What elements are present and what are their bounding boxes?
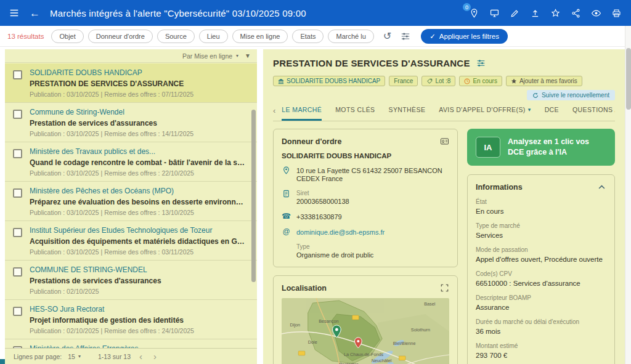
filter-chip-march-lu[interactable]: Marché lu [328,30,373,43]
chip-status[interactable]: En cours [459,76,502,86]
info-field-descripteur-boamp: Descripteur BOAMPAssurance [476,294,606,312]
informations-fields: ÉtatEn coursType de marchéServicesMode d… [476,198,606,360]
tune-icon[interactable] [476,59,486,68]
item-dates: Publication : 03/10/2025 | Remise des of… [30,208,247,217]
buyer-heading: Donneur d'ordre [282,137,341,146]
chevron-up-icon[interactable] [597,182,606,192]
road-shield [352,315,359,320]
apply-filters-button[interactable]: ✓ Appliquer les filtres [421,29,508,44]
share-icon[interactable] [569,7,582,19]
item-organization: HES-SO Jura Rectorat [30,304,247,314]
detail-header: PRESTATION DE SERVICES D'ASSURANCE [273,58,615,68]
tender-list-item[interactable]: HES-SO Jura Rectorat Projet informatique… [5,300,257,339]
map-label-besan-on: Besançon [319,318,338,324]
map-label-dole: Dole [308,339,317,345]
buyer-name: SOLIDARITE DOUBS HANDICAP [282,152,449,160]
field-value: 20003658000138 [296,198,349,206]
rows-per-page-select[interactable]: 15 ▾ [68,353,81,360]
notification-pin-icon[interactable]: 0 [468,7,480,19]
tab-mots-cl-s[interactable]: MOTS CLÉS [335,106,375,121]
tabs-scroll-left-icon[interactable]: ‹ [273,106,275,121]
follow-renewal-button[interactable]: Suivre le renouvellement [527,90,615,100]
star-icon[interactable] [549,7,561,19]
item-title: Projet informatique de gestion des ident… [30,315,247,325]
sort-label[interactable]: Par Mise en ligne [182,52,232,60]
field-value: 10 rue La Fayette CS 61432 25007 BESANCO… [296,167,449,183]
page-scrollbar[interactable] [625,26,631,364]
rows-per-page-label: Lignes par page: [14,353,62,360]
chip-country[interactable]: France [389,76,418,86]
tender-list-item[interactable]: Institut Supérieur des Etudes Technologi… [5,221,257,261]
results-count: 13 résultats [7,33,44,40]
chip-favorite[interactable]: Ajouter à mes favoris [506,76,582,86]
tender-list-item[interactable]: Commune de Stiring-Wendel Prestation de … [5,103,257,142]
item-organization: SOLIDARITE DOUBS HANDICAP [30,68,247,78]
upload-icon[interactable] [529,7,541,19]
list-scrollbar[interactable] [251,110,256,282]
buyer-detail-row: ☎+33381630879 [282,212,449,221]
item-checkbox[interactable] [13,228,22,237]
road-shield [298,351,305,355]
print-icon[interactable] [610,7,622,19]
edit-pencil-icon[interactable] [508,7,521,19]
tender-list-item[interactable]: Ministère des Pêches et des Océans (MPO)… [5,182,257,221]
tender-list-item[interactable]: COMMUNE DE STIRING-WENDEL Prestations de… [5,261,257,300]
page-scrollbar-thumb[interactable] [626,48,631,110]
map-label-la-chaux-de-fonds: La Chaux-de-Fonds [344,352,384,357]
map-label-pontarlier: Pontarlier [339,362,359,364]
follow-renewal-label: Suivre le renouvellement [542,92,609,99]
item-dates: Publication : 02/10/2025 | Remise des of… [30,326,247,335]
contact-card-icon[interactable] [440,137,449,146]
monitor-icon[interactable] [488,7,500,19]
chip-lot[interactable]: Lot :8 [421,76,455,86]
map-label-solothurn: Solothurn [411,327,430,333]
tab-le-march[interactable]: LE MARCHÉ [282,106,322,121]
filter-chip-donneur-d-ordre[interactable]: Donneur d'ordre [88,30,153,43]
map[interactable]: DijonDoleBesançonLa Chaux-de-FondsPontar… [282,298,449,364]
tab-avis-d-appel-d-offre-s[interactable]: AVIS D'APPEL D'OFFRE(S)▾ [439,106,531,121]
filter-chip-lieu[interactable]: Lieu [199,30,228,43]
item-organization: Commune de Stiring-Wendel [30,107,247,117]
tender-list-item[interactable]: SOLIDARITE DOUBS HANDICAP PRESTATION DE … [5,63,257,103]
phone-icon: ☎ [282,212,291,220]
tab-synth-se[interactable]: SYNTHÈSE [389,106,426,121]
item-checkbox[interactable] [13,149,22,158]
ai-analyze-card[interactable]: IA Analysez en 1 clic vos DCE grâce à l'… [467,129,615,166]
informations-card: Informations ÉtatEn coursType de marchéS… [467,174,615,364]
filter-chip-etats[interactable]: Etats [292,30,324,43]
tender-list-item[interactable]: Ministère des Affaires Etrangères ACQUIS… [5,339,257,348]
tag-icon [426,78,433,84]
info-field-dur-e-du-march-ou-d-lai-d-ex-cution: Durée du marché ou délai d'exécution36 m… [476,318,606,336]
refresh-icon [532,92,539,99]
prev-page-button[interactable]: ‹ [137,352,145,361]
tab-dce[interactable]: DCE [545,106,559,121]
sort-direction-icon[interactable]: ▼ [245,52,251,59]
item-checkbox[interactable] [13,188,22,198]
back-arrow-icon[interactable]: ← [30,8,40,18]
item-checkbox[interactable] [13,70,22,79]
undo-icon[interactable]: ↺ [383,31,391,41]
item-checkbox[interactable] [13,110,22,119]
item-dates: Publication : 03/10/2025 | Remise des of… [30,248,247,256]
item-checkbox[interactable] [13,267,22,277]
menu-icon[interactable] [9,7,20,18]
item-organization: Institut Supérieur des Etudes Technologi… [30,225,247,235]
tune-icon[interactable] [401,31,410,41]
filter-chip-objet[interactable]: Objet [51,30,83,43]
tender-list-item[interactable]: Ministère des Travaux publics et des... … [5,142,257,182]
field-value: +33381630879 [296,213,342,221]
eye-icon[interactable] [590,7,602,19]
chip-buyer[interactable]: SOLIDARITE DOUBS HANDICAP [273,76,385,86]
field-value: Organisme de droit public [296,251,373,259]
email-link[interactable]: dominique.die@sdh-epsms.fr [296,229,385,237]
map-label-neuch-tel: Neuchâtel [372,358,392,363]
filter-chip-source[interactable]: Source [157,30,195,43]
next-page-button[interactable]: › [151,352,159,361]
item-checkbox[interactable] [13,307,22,316]
info-field-type-de-march: Type de marchéServices [476,222,606,240]
item-dates: Publication : 02/10/2025 [30,287,247,296]
ai-card-text: Analysez en 1 clic vos DCE grâce à l'IA [508,137,606,158]
tab-questions-r-pon[interactable]: QUESTIONS / RÉPON [572,106,615,121]
filter-chip-mise-en-ligne[interactable]: Mise en ligne [232,30,288,43]
fullscreen-icon[interactable] [440,283,449,293]
